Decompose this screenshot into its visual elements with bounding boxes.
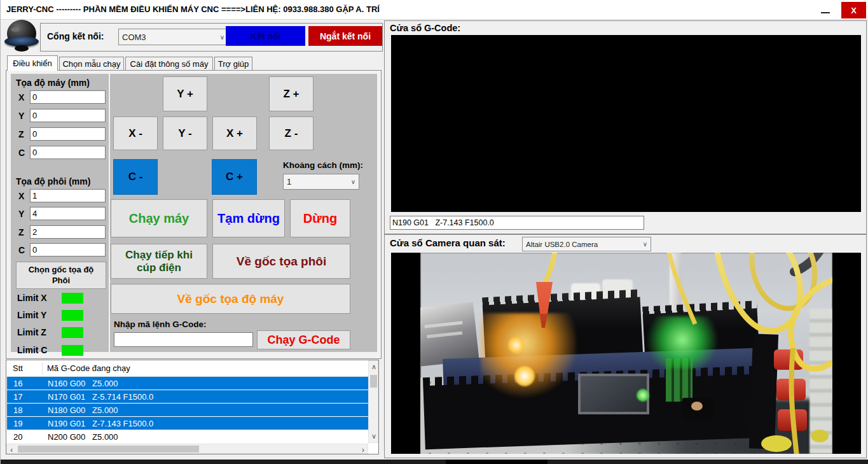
jog-y-plus-button[interactable]: Y + (163, 76, 207, 111)
distance-label: Khoảng cách (mm): (283, 160, 363, 170)
horizontal-scrollbar[interactable]: ‹ › (6, 444, 368, 454)
window-title: JERRY-CNC --------- PHẦN MỀM ĐIỀU KHIỂN … (6, 0, 380, 19)
scroll-down-icon[interactable]: ∨ (371, 433, 376, 440)
scrollbar-thumb[interactable] (370, 375, 377, 388)
axis-label: Z (18, 227, 24, 237)
scrollbar-thumb[interactable] (18, 446, 199, 453)
limit-x-label: Limit X (17, 293, 47, 303)
scroll-right-icon[interactable]: › (362, 446, 364, 454)
jog-panel: Y + Z + X - Y - X + Z - C - C + Khoảng c… (110, 74, 377, 352)
gcode-console (391, 35, 861, 212)
gcode-row[interactable]: 20 N200 G00 Z5.000 (7, 430, 368, 443)
axis-label: X (18, 191, 24, 201)
minimize-icon[interactable] (821, 12, 830, 13)
com-port-select[interactable]: COM3 ∨ (118, 29, 228, 45)
axis-label: X (18, 92, 24, 102)
jog-z-plus-button[interactable]: Z + (269, 76, 313, 111)
gcode-list-header: Stt Mã G-Code đang chạy (6, 360, 378, 377)
jog-x-minus-button[interactable]: X - (113, 116, 158, 150)
machine-coords-title: Tọa độ máy (mm) (16, 78, 90, 88)
jog-z-minus-button[interactable]: Z - (269, 116, 313, 150)
bottom-screen-edge (1, 460, 868, 464)
gcode-row[interactable]: 16 N160 G00 Z5.000 (7, 377, 368, 390)
scroll-up-icon[interactable]: ∧ (371, 363, 376, 370)
camera-photo (420, 253, 832, 454)
tab-chon-mau-chay[interactable]: Chọn mẫu chạy (59, 57, 124, 71)
goto-machine-origin-button[interactable]: Về gốc tọa độ máy (111, 284, 350, 314)
row-code: N170 G01 Z-5.714 F1500.0 (48, 392, 153, 402)
work-x-field[interactable] (30, 189, 106, 202)
row-code: N200 G00 Z5.000 (48, 432, 118, 442)
gcode-row[interactable]: 19 N190 G01 Z-7.143 F1500.0 (7, 417, 368, 430)
jog-c-plus-button[interactable]: C + (212, 159, 257, 195)
connect-button[interactable]: Kết nối (226, 26, 305, 46)
scroll-left-icon[interactable]: ‹ (10, 446, 13, 454)
pause-button[interactable]: Tạm dừng (212, 199, 285, 237)
machine-y-field[interactable] (30, 109, 106, 122)
gcode-list: Stt Mã G-Code đang chạy 16 N160 G00 Z5.0… (6, 360, 379, 454)
tab-cai-dat-thong-so[interactable]: Cài đặt thông số máy (125, 57, 213, 71)
jerry-logo-icon (4, 20, 39, 53)
title-bar: JERRY-CNC --------- PHẦN MỀM ĐIỀU KHIỂN … (1, 0, 868, 20)
axis-label: Z (18, 129, 24, 139)
header-stt[interactable]: Stt (13, 363, 23, 373)
row-stt: 20 (13, 432, 22, 442)
jog-x-plus-button[interactable]: X + (212, 116, 257, 150)
com-port-value: COM3 (122, 32, 146, 42)
work-c-field[interactable] (30, 243, 106, 257)
limit-c-indicator (62, 345, 83, 356)
header-code[interactable]: Mã G-Code đang chạy (47, 363, 130, 373)
tab-dieu-khien[interactable]: Điều khiển (7, 55, 58, 71)
photo-haze (420, 253, 832, 454)
row-stt: 19 (13, 419, 22, 428)
machine-c-field[interactable] (30, 146, 106, 159)
current-gcode-line[interactable] (390, 216, 644, 230)
gcode-row[interactable]: 17 N170 G01 Z-5.714 F1500.0 (7, 390, 368, 403)
camera-view (391, 253, 861, 454)
gcode-command-input[interactable] (114, 332, 253, 347)
row-stt: 18 (13, 405, 22, 415)
axis-label: C (18, 148, 25, 158)
camera-group: Cửa sổ Camera quan sát: Altair USB2.0 Ca… (384, 234, 867, 458)
app-window: JERRY-CNC --------- PHẦN MỀM ĐIỀU KHIỂN … (0, 0, 868, 464)
stop-button[interactable]: Dừng (290, 199, 350, 237)
run-gcode-button[interactable]: Chạy G-Code (257, 330, 350, 349)
resume-after-power-loss-button[interactable]: Chạy tiếp khi cúp điện (111, 244, 207, 279)
vertical-scrollbar[interactable]: ∧ ∨ (368, 360, 378, 443)
row-code: N180 G00 Z5.000 (48, 405, 118, 415)
gcode-window-title: Cửa sổ G-Code: (390, 23, 460, 33)
limit-y-label: Limit Y (17, 310, 46, 320)
distance-value: 1 (287, 177, 291, 186)
bottom-edge-segment (446, 460, 548, 464)
axis-label: Y (18, 111, 24, 121)
work-z-field[interactable] (30, 225, 106, 239)
connection-group: Cổng kết nối: COM3 ∨ Kết nối Ngắt kết nố… (40, 23, 383, 52)
set-work-origin-button[interactable]: Chọn gốc tọa độ Phôi (16, 262, 106, 289)
gcode-row[interactable]: 18 N180 G00 Z5.000 (7, 404, 368, 416)
row-stt: 16 (13, 379, 22, 388)
work-y-field[interactable] (30, 207, 106, 220)
row-code: N160 G00 Z5.000 (48, 379, 118, 388)
jog-y-minus-button[interactable]: Y - (163, 116, 207, 150)
camera-device-select[interactable]: Altair USB2.0 Camera ∨ (522, 237, 651, 251)
work-coords-title: Tọa độ phôi (mm) (16, 176, 90, 186)
row-stt: 17 (13, 392, 22, 402)
limit-c-label: Limit C (17, 345, 47, 355)
gcode-input-label: Nhập mã lệnh G-Code: (114, 320, 207, 329)
disconnect-button[interactable]: Ngắt kết nối (308, 26, 382, 46)
port-label: Cổng kết nối: (47, 31, 104, 41)
close-button[interactable]: X (841, 2, 866, 18)
run-machine-button[interactable]: Chạy máy (111, 199, 207, 237)
distance-select[interactable]: 1 ∨ (283, 174, 359, 190)
chevron-down-icon: ∨ (351, 178, 355, 185)
jog-c-minus-button[interactable]: C - (113, 159, 158, 195)
machine-z-field[interactable] (30, 127, 106, 141)
goto-work-origin-button[interactable]: Về gốc tọa phôi (212, 244, 350, 279)
camera-title: Cửa sổ Camera quan sát: (390, 237, 506, 248)
limit-x-indicator (62, 293, 83, 304)
machine-x-field[interactable] (30, 90, 106, 104)
column-divider (42, 362, 43, 375)
limit-z-indicator (62, 327, 83, 338)
chevron-down-icon: ∨ (220, 34, 224, 41)
tab-tro-giup[interactable]: Trợ giúp (214, 57, 252, 71)
